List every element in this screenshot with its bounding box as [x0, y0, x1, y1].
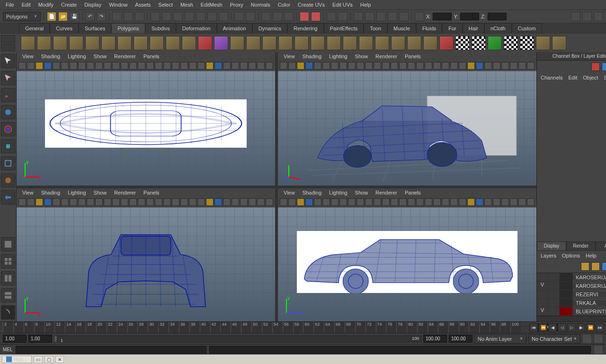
- duplicate-icon[interactable]: [407, 36, 421, 50]
- menu-createuvs[interactable]: Create UVs: [294, 0, 329, 9]
- manip-tool-icon[interactable]: [1, 156, 15, 170]
- layer-vis[interactable]: [537, 290, 548, 298]
- vp-tool-icon[interactable]: [146, 198, 154, 206]
- magnet-icon[interactable]: [311, 12, 321, 21]
- soccer-icon[interactable]: [166, 36, 180, 50]
- lasso-icon[interactable]: [124, 12, 133, 21]
- vp-tool-icon[interactable]: [266, 198, 273, 206]
- range-b[interactable]: [449, 335, 472, 343]
- char-set-dropdown[interactable]: No Character Set▼: [528, 334, 580, 344]
- shelf-tab-custom[interactable]: Custom: [512, 23, 542, 33]
- vp-tool-icon[interactable]: [155, 62, 162, 70]
- layer-color[interactable]: [560, 273, 573, 281]
- shelf-tab-fluids[interactable]: Fluids: [416, 23, 442, 33]
- layer-color[interactable]: [560, 299, 573, 307]
- vp-tool-icon[interactable]: [172, 198, 179, 206]
- vp-canvas-top[interactable]: y x: [17, 71, 275, 186]
- shelf-tab-painteffects[interactable]: PaintEffects: [324, 23, 364, 33]
- vp-canvas-side[interactable]: y z: [278, 207, 536, 322]
- vp-tool-icon[interactable]: [232, 62, 239, 70]
- new-scene-icon[interactable]: 📄: [47, 12, 56, 21]
- paint-select-icon[interactable]: [135, 12, 144, 21]
- snap-plane-icon[interactable]: [185, 12, 194, 21]
- timeline-ruler[interactable]: 2468101214161820222426283032343638404244…: [3, 322, 521, 333]
- vp-tool-icon[interactable]: [232, 198, 239, 206]
- menu-assets[interactable]: Assets: [131, 0, 154, 9]
- menu-normals[interactable]: Normals: [247, 0, 274, 9]
- bevel-icon[interactable]: [343, 36, 357, 50]
- vp-tool-icon[interactable]: [249, 198, 256, 206]
- vp-menu-renderer[interactable]: Renderer: [110, 189, 140, 196]
- vp-tool-icon[interactable]: [399, 198, 407, 206]
- vp-tool-icon[interactable]: [493, 62, 500, 70]
- layer-menu-layers[interactable]: Layers: [541, 253, 556, 258]
- vp-tool-icon[interactable]: [331, 62, 339, 70]
- play-back-icon[interactable]: ◁: [558, 323, 566, 332]
- layer-menu-options[interactable]: Options: [562, 253, 580, 258]
- vp-tool-icon[interactable]: [288, 62, 296, 70]
- snap-grid-icon[interactable]: [151, 12, 160, 21]
- vp-tool-icon[interactable]: [365, 198, 373, 206]
- vp-tool-icon[interactable]: [314, 62, 321, 70]
- vp-tool-icon[interactable]: [305, 62, 313, 70]
- layer-row[interactable]: VKAROSERIJA_LOW: [537, 282, 606, 290]
- cone-icon[interactable]: [69, 36, 83, 50]
- vp-tool-icon[interactable]: [95, 198, 103, 206]
- channel-icon[interactable]: [591, 62, 600, 71]
- layer-row[interactable]: REZERVI: [537, 290, 606, 299]
- vp-tool-icon[interactable]: [391, 198, 398, 206]
- vp-menu-show[interactable]: Show: [90, 189, 111, 196]
- channel-show[interactable]: Show: [604, 75, 606, 80]
- vp-tool-icon[interactable]: [87, 62, 94, 70]
- vp-tool-icon[interactable]: [172, 62, 179, 70]
- snap-curve-icon[interactable]: [162, 12, 171, 21]
- shelf-tab-general[interactable]: General: [19, 23, 50, 33]
- layer-tab-render[interactable]: Render: [566, 241, 596, 251]
- vp-tool-icon[interactable]: [163, 198, 171, 206]
- pipe-icon[interactable]: [134, 36, 148, 50]
- vp-menu-panels[interactable]: Panels: [401, 189, 425, 196]
- uv-planar-icon[interactable]: [472, 36, 486, 50]
- snap-live-icon[interactable]: [196, 12, 205, 21]
- vp-menu-panels[interactable]: Panels: [401, 53, 425, 60]
- vp-tool-icon[interactable]: [44, 62, 52, 70]
- vp-tool-icon[interactable]: [459, 198, 466, 206]
- vp-tool-icon[interactable]: [433, 62, 441, 70]
- vp-tool-icon[interactable]: [433, 198, 441, 206]
- extract-icon[interactable]: [262, 36, 276, 50]
- vp-tool-icon[interactable]: [442, 62, 449, 70]
- vp-tool-icon[interactable]: [129, 62, 137, 70]
- vp-tool-icon[interactable]: [450, 62, 458, 70]
- helix-icon[interactable]: [150, 36, 164, 50]
- vp-tool-icon[interactable]: [510, 62, 517, 70]
- vp-tool-icon[interactable]: [510, 198, 517, 206]
- redo-icon[interactable]: ↷: [97, 12, 106, 21]
- menu-select[interactable]: Select: [154, 0, 177, 9]
- last-tool-icon[interactable]: [1, 190, 15, 204]
- undo-icon[interactable]: ↶: [85, 12, 95, 21]
- vp-tool-icon[interactable]: [121, 62, 128, 70]
- snap-point-icon[interactable]: [173, 12, 183, 21]
- layer-menu-help[interactable]: Help: [586, 253, 597, 258]
- go-end-icon[interactable]: ⏭: [596, 323, 604, 332]
- paint-tool-icon[interactable]: [1, 88, 15, 102]
- vp-menu-panels[interactable]: Panels: [140, 189, 163, 196]
- vp-tool-icon[interactable]: [44, 198, 52, 206]
- vp-tool-icon[interactable]: [348, 62, 356, 70]
- history-icon[interactable]: [234, 12, 244, 21]
- uv-auto-icon[interactable]: [488, 36, 502, 50]
- shelf-tab-deformation[interactable]: Deformation: [176, 23, 217, 33]
- menu-create[interactable]: Create: [57, 0, 80, 9]
- vp-tool-icon[interactable]: [214, 198, 222, 206]
- anim-layer-dropdown[interactable]: No Anim Layer▼: [474, 334, 526, 344]
- sidebar-toggle-icon[interactable]: [571, 12, 580, 21]
- layer-type[interactable]: [548, 299, 560, 307]
- vp-tool-icon[interactable]: [408, 198, 415, 206]
- outliner-icon[interactable]: [388, 12, 397, 21]
- layer-type[interactable]: [548, 307, 560, 315]
- play-fwd-icon[interactable]: ▷: [567, 323, 576, 332]
- vp-tool-icon[interactable]: [61, 198, 69, 206]
- vp-tool-icon[interactable]: [484, 62, 492, 70]
- cut-icon[interactable]: [359, 36, 373, 50]
- vp-tool-icon[interactable]: [374, 198, 381, 206]
